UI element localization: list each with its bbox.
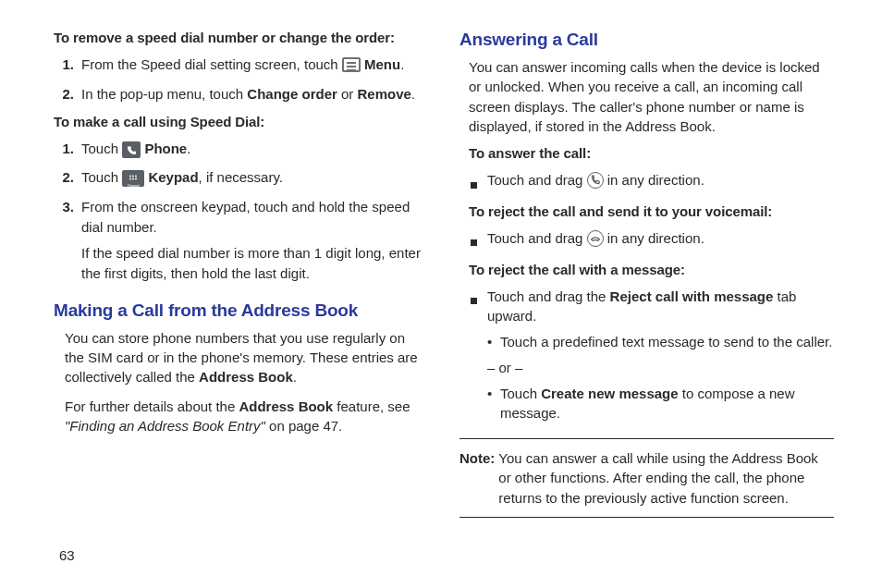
heading-answering-call: Answering a Call — [459, 30, 834, 50]
bullet-list-reject-vm: Touch and drag in any direction. — [459, 228, 834, 252]
keypad-icon-label: Keypad — [122, 184, 144, 188]
subhead-to-answer: To answer the call: — [469, 145, 834, 161]
right-column: Answering a Call You can answer incoming… — [459, 30, 834, 518]
svg-point-2 — [135, 176, 137, 178]
list-marker: 3. — [54, 197, 81, 284]
text: Touch — [81, 169, 122, 185]
bullet-marker — [459, 228, 487, 252]
list-make-call: 1. Touch Phone. 2. Touch Keypad — [54, 139, 428, 284]
phone-icon — [122, 141, 141, 158]
text: . — [411, 86, 415, 102]
text-bold: Address Book — [239, 398, 333, 414]
list-item-text: Touch Phone. — [81, 139, 428, 159]
list-marker: 1. — [54, 139, 81, 159]
text: From the onscreen keypad, touch and hold… — [81, 199, 410, 235]
svg-point-1 — [132, 176, 134, 178]
menu-icon — [342, 57, 361, 72]
list-item-text: Touch and drag in any direction. — [487, 170, 834, 194]
text-bold: Remove — [358, 86, 411, 102]
text: Touch and drag — [487, 230, 587, 246]
bullet-list-answer: Touch and drag in any direction. — [459, 170, 834, 194]
list-marker: 2. — [54, 84, 81, 104]
svg-point-5 — [135, 178, 137, 180]
paragraph-intro: You can answer incoming calls when the d… — [469, 57, 834, 136]
left-column: To remove a speed dial number or change … — [54, 30, 428, 518]
bullet-list-reject-msg: Touch and drag the Reject call with mess… — [459, 287, 834, 430]
phone-reject-icon — [587, 230, 604, 247]
svg-point-3 — [129, 178, 131, 180]
text-bold: Keypad — [148, 169, 198, 185]
text-bold: Address Book — [199, 369, 293, 385]
text: Touch Create new message to compose a ne… — [500, 384, 834, 424]
text: in any direction. — [607, 172, 704, 188]
svg-point-4 — [132, 178, 134, 180]
phone-accept-icon — [587, 172, 604, 189]
text: Touch — [81, 141, 122, 156]
note-label: Note: — [459, 448, 498, 508]
list-item-text: From the onscreen keypad, touch and hold… — [81, 197, 428, 284]
note-box: Note: You can answer a call while using … — [459, 438, 834, 518]
list-item-text: In the pop-up menu, touch Change order o… — [81, 84, 428, 104]
heading-making-call: Making a Call from the Address Book — [54, 300, 428, 321]
paragraph: You can store phone numbers that you use… — [65, 328, 428, 387]
text: in any direction. — [607, 230, 704, 246]
text-italic: "Finding an Address Book Entry" — [65, 418, 265, 434]
list-remove-speed-dial: 1. From the Speed dial setting screen, t… — [54, 55, 428, 104]
text: or — [337, 86, 358, 102]
text: Touch — [500, 386, 541, 401]
keypad-icon: Keypad — [122, 170, 144, 187]
text: Touch a predefined text message to send … — [500, 332, 834, 352]
subhead-reject-message: To reject the call with a message: — [469, 262, 834, 277]
text: on page 47. — [265, 418, 342, 434]
text-bold: Reject call with message — [610, 288, 774, 304]
text: From the Speed dial setting screen, touc… — [81, 56, 342, 72]
bullet-marker — [459, 170, 487, 194]
paragraph: For further details about the Address Bo… — [65, 397, 428, 436]
sub-bullet-dot: • — [487, 384, 500, 424]
text: In the pop-up menu, touch — [81, 86, 247, 102]
text-bold: Phone — [144, 141, 187, 156]
text: Touch and drag — [487, 172, 587, 188]
sub-bullet-dot: • — [487, 332, 500, 352]
subhead-make-call-speed-dial: To make a call using Speed Dial: — [54, 114, 428, 129]
sub-bullet-group: • Touch a predefined text message to sen… — [487, 332, 834, 423]
text: , if necessary. — [199, 169, 283, 185]
list-marker: 1. — [54, 55, 81, 75]
text-continuation: If the speed dial number is more than 1 … — [81, 243, 428, 284]
subhead-remove-speed-dial: To remove a speed dial number or change … — [54, 30, 428, 45]
bullet-marker — [459, 287, 487, 430]
page-number: 63 — [59, 547, 75, 563]
text-bold: Menu — [364, 56, 400, 72]
text: For further details about the — [65, 398, 239, 414]
text-bold: Create new message — [541, 386, 678, 401]
list-item-text: Touch and drag in any direction. — [487, 228, 834, 252]
text: feature, see — [333, 398, 410, 414]
text-bold: Change order — [247, 86, 337, 102]
list-marker: 2. — [54, 167, 81, 188]
text: Touch and drag the — [487, 288, 610, 304]
list-item-text: Touch and drag the Reject call with mess… — [487, 287, 834, 430]
svg-point-0 — [129, 176, 131, 178]
subhead-reject-voicemail: To reject the call and send it to your v… — [469, 203, 834, 219]
text: . — [187, 141, 190, 156]
list-item-text: From the Speed dial setting screen, touc… — [81, 55, 428, 75]
text: . — [293, 369, 297, 385]
note-text: You can answer a call while using the Ad… — [498, 448, 834, 508]
list-item-text: Touch Keypad Keypad, if necessary. — [81, 167, 428, 188]
text-or: – or – — [487, 358, 522, 378]
text: . — [400, 56, 404, 72]
